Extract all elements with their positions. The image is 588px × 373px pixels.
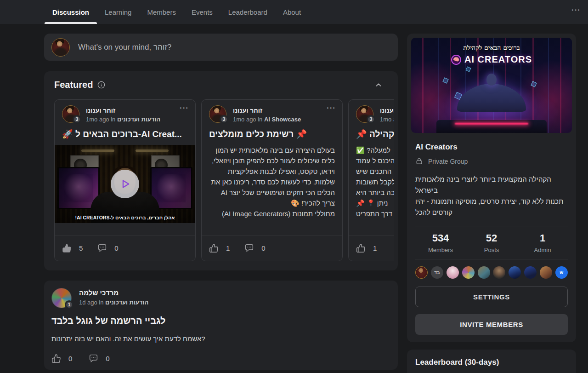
post-title[interactable]: 📌 קהילה xyxy=(349,129,394,139)
comment-count: 0 xyxy=(261,244,265,252)
meta-time: 1mo ago in xyxy=(86,116,117,123)
comment-count: 0 xyxy=(106,355,109,362)
member-avatar[interactable] xyxy=(447,266,459,279)
comment-icon xyxy=(244,243,254,253)
play-button[interactable] xyxy=(111,170,139,198)
video-thumbnail[interactable]: אהלן חברים, ברוכים הבאים ל-AI CREATORS! xyxy=(55,145,195,223)
settings-button[interactable]: SETTINGS xyxy=(415,287,568,307)
like-button[interactable]: 5 xyxy=(62,243,83,253)
author-name[interactable]: מרדכי שלמה xyxy=(79,288,148,297)
tab-learning[interactable]: Learning xyxy=(97,0,139,24)
post-header: 1 מרדכי שלמה 1d ago in הודעות ועדכונים xyxy=(51,288,390,308)
banner-desk xyxy=(436,120,547,133)
thumbs-up-icon xyxy=(209,243,219,253)
author-avatar[interactable]: 3 xyxy=(356,105,373,123)
post-footer: 5 0 xyxy=(55,235,195,261)
featured-title: Featured xyxy=(54,80,93,90)
member-avatar[interactable]: ש xyxy=(555,266,568,279)
post-menu-icon[interactable]: ··· xyxy=(571,6,581,15)
stat-value: 1 xyxy=(517,232,568,244)
meta-category[interactable]: הודעות ועדכונים xyxy=(105,299,148,306)
post-meta: 1mo ago in הודעות ועדכונים xyxy=(86,116,160,123)
meta-time: 1d ago in xyxy=(79,299,105,306)
post-menu-icon[interactable]: ··· xyxy=(180,103,189,113)
comment-icon xyxy=(97,243,107,253)
tab-events[interactable]: Events xyxy=(184,0,220,24)
meta-time: 1mo ago in xyxy=(233,116,264,123)
brain-logo-icon: 🧠 xyxy=(451,55,461,65)
level-badge: 3 xyxy=(367,115,375,124)
member-avatar[interactable]: בד xyxy=(431,266,443,279)
comment-button[interactable]: 0 xyxy=(97,243,118,253)
stat-label: Posts xyxy=(466,247,517,253)
featured-carousel: 3 זוהר וענונו 1mo ago in הודעות ועדכונים… xyxy=(54,99,394,261)
stat-label: Admin xyxy=(517,247,568,253)
current-user-avatar[interactable] xyxy=(51,38,70,57)
post-header: 3 זוהר וענונו 1mo ago in AI Showcase xyxy=(202,100,342,123)
like-count: 5 xyxy=(79,244,83,252)
level-badge: 3 xyxy=(220,115,228,124)
stat-admins: 1 Admin xyxy=(517,232,568,253)
member-avatar[interactable] xyxy=(478,266,490,279)
like-count: 1 xyxy=(226,244,230,252)
tab-label: Learning xyxy=(105,8,131,16)
leaderboard-title: Leaderboard (30-days) xyxy=(415,358,568,367)
level-badge: 1 xyxy=(65,300,74,309)
like-button[interactable]: 1 xyxy=(356,243,377,253)
comment-button[interactable]: 0 xyxy=(244,243,265,253)
stat-value: 534 xyxy=(415,232,466,244)
tab-leaderboard[interactable]: Leaderboard xyxy=(220,0,275,24)
invite-members-button[interactable]: INVITE MEMBERS xyxy=(415,314,568,335)
member-avatar[interactable] xyxy=(462,266,475,279)
author-name[interactable]: זוהר וענונו xyxy=(380,105,394,114)
tab-label: About xyxy=(283,8,301,16)
tab-label: Discussion xyxy=(52,8,89,16)
banner-text: ברוכים הבאים לקהילת 🧠 AI CREATORS xyxy=(411,44,572,65)
group-name: AI Creators xyxy=(415,143,568,152)
banner-brand-name: AI CREATORS xyxy=(464,54,532,65)
group-sidebar: ברוכים הבאים לקהילת 🧠 AI CREATORS AI Cre… xyxy=(407,34,576,373)
thumbs-up-icon xyxy=(356,243,366,253)
info-icon[interactable] xyxy=(97,80,106,89)
post-title[interactable]: רשימת כלים מומלצים 📌 xyxy=(202,129,342,139)
group-banner-image: ברוכים הבאים לקהילת 🧠 AI CREATORS xyxy=(411,38,572,133)
post-title[interactable]: לגביי הרשמה של גוגל בלבד xyxy=(51,316,390,326)
group-stats: 534 Members 52 Posts 1 Admin xyxy=(415,226,568,259)
tab-discussion[interactable]: Discussion xyxy=(45,0,97,24)
tab-label: Members xyxy=(147,8,176,16)
post-body: בעולם היצירה עם בינה מלאכותית יש המון כל… xyxy=(202,145,342,219)
post-meta: 1d ago in הודעות ועדכונים xyxy=(79,299,148,306)
author-avatar[interactable]: 1 xyxy=(51,288,72,308)
stat-posts: 52 Posts xyxy=(466,232,517,253)
like-button[interactable]: 1 xyxy=(209,243,230,253)
author-avatar[interactable]: 3 xyxy=(62,105,79,123)
like-count: 1 xyxy=(373,244,377,252)
post-composer[interactable]: What's on your mind, זוהר? xyxy=(44,34,398,61)
like-button[interactable]: 0 xyxy=(51,354,72,363)
member-avatar[interactable] xyxy=(540,266,552,279)
member-avatar[interactable] xyxy=(415,266,428,279)
featured-post-card-2[interactable]: 3 זוהר וענונו 1mo ago in AI Showcase ···… xyxy=(201,99,343,261)
comment-button[interactable]: 0 xyxy=(89,354,109,363)
meta-category[interactable]: AI Showcase xyxy=(264,116,301,123)
author-name[interactable]: זוהר וענונו xyxy=(233,105,301,114)
tab-members[interactable]: Members xyxy=(139,0,184,24)
chevron-up-icon[interactable] xyxy=(375,81,382,89)
post-header: 3 זוהר וענונו 1mo ago in הודעות ועדכונים xyxy=(55,100,195,123)
member-avatar[interactable] xyxy=(524,266,537,279)
member-avatar[interactable] xyxy=(509,266,521,279)
meta-category[interactable]: הודעות ועדכונים xyxy=(117,116,160,123)
featured-post-card-1[interactable]: 3 זוהר וענונו 1mo ago in הודעות ועדכונים… xyxy=(54,99,196,261)
comment-icon xyxy=(89,354,98,363)
banner-welcome-text: ברוכים הבאים לקהילת xyxy=(411,44,572,52)
author-name[interactable]: זוהר וענונו xyxy=(86,105,160,114)
featured-post-card-3[interactable]: 3 זוהר וענונו 1mo ago in ··· 📌 קהילה למע… xyxy=(348,99,394,261)
post-menu-icon[interactable]: ··· xyxy=(327,103,336,113)
tab-about[interactable]: About xyxy=(275,0,309,24)
post-meta: 1mo ago in xyxy=(380,116,394,123)
feed-post[interactable]: 1 מרדכי שלמה 1d ago in הודעות ועדכונים ·… xyxy=(44,281,398,370)
post-title[interactable]: 🚀 ברוכים הבאים ל-AI Creat... xyxy=(55,129,195,139)
author-avatar[interactable]: 3 xyxy=(209,105,226,123)
divider xyxy=(415,259,568,259)
member-avatar[interactable] xyxy=(493,266,505,279)
